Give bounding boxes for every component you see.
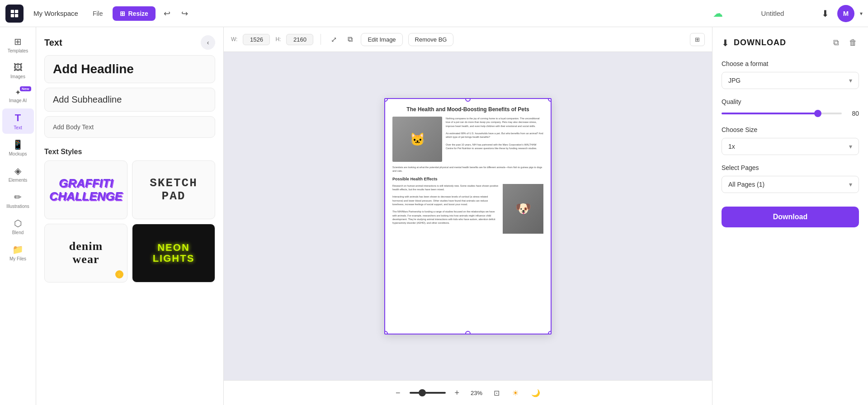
redo-button[interactable]: ↪ [179, 6, 191, 21]
canvas-document[interactable]: The Health and Mood-Boosting Benefits of… [384, 98, 552, 334]
resize-button[interactable]: ⊞ Resize [113, 6, 155, 21]
handle-bottom-center[interactable] [465, 331, 471, 334]
neon-preview: NEONLIGHTS [153, 242, 195, 264]
download-panel-title: DOWNLOAD [734, 38, 786, 47]
graffiti-preview: GRAFFITICHALLENGE [49, 177, 123, 202]
quality-slider[interactable] [722, 113, 842, 114]
height-value[interactable]: 2160 [286, 34, 313, 45]
sidebar-item-elements[interactable]: ◈ Elements [2, 162, 34, 186]
add-headline-label: Add Headline [53, 62, 134, 76]
canvas-area: W: 1526 H: 2160 ⤢ ⧉ Edit Image Remove BG… [224, 27, 712, 405]
doc-text-block-2: Research on human-animal interactions is… [392, 184, 499, 234]
sidebar-item-image-ai[interactable]: New ✦ Image AI [2, 85, 34, 107]
size-section: Choose Size 1x ▾ [722, 126, 859, 155]
remove-bg-button[interactable]: Remove BG [408, 33, 454, 46]
templates-icon: ⊞ [14, 36, 22, 47]
doc-subhead: Possible Health Effects [392, 177, 543, 181]
left-sidebar: ⊞ Templates 🖼 Images New ✦ Image AI T Te… [0, 27, 36, 405]
sidebar-item-mockups[interactable]: 📱 Mockups [2, 136, 34, 160]
cloud-save-icon: ☁ [713, 8, 723, 19]
undo-button[interactable]: ↩ [161, 6, 173, 21]
pro-badge: ⚡ [115, 270, 123, 278]
download-panel: ⬇ DOWNLOAD ⧉ 🗑 Choose a format JPG ▾ Qua… [712, 27, 868, 405]
sidebar-item-illustrations[interactable]: ✏ Illustrations [2, 188, 34, 212]
pages-select[interactable]: All Pages (1) ▾ [722, 176, 859, 193]
svg-rect-0 [11, 9, 14, 13]
quality-row: 80 [722, 110, 859, 117]
crop-button[interactable]: ⧉ [345, 33, 355, 46]
file-menu-button[interactable]: File [88, 7, 108, 20]
fit-to-screen-button[interactable]: ⊡ [490, 387, 503, 399]
style-sketch-card[interactable]: SKETCHPAD [132, 160, 215, 219]
doc-title: The Health and Mood-Boosting Benefits of… [392, 106, 543, 113]
format-chevron-icon: ▾ [849, 77, 852, 84]
copy-icon[interactable]: ⧉ [831, 36, 841, 49]
doc-image-dog: 🐶 [503, 184, 543, 234]
text-styles-title: Text Styles [36, 142, 223, 160]
logo-button[interactable] [5, 5, 24, 23]
collapse-panel-button[interactable]: ‹ [201, 35, 215, 50]
add-subheadline-item[interactable]: Add Subheadline [44, 88, 215, 112]
zoom-in-button[interactable]: + [451, 386, 463, 400]
avatar-chevron-icon[interactable]: ▾ [860, 10, 863, 17]
add-body-item[interactable]: Add Body Text [44, 116, 215, 138]
elements-icon: ◈ [14, 165, 21, 176]
add-headline-item[interactable]: Add Headline [44, 55, 215, 83]
blend-icon: ⬡ [14, 218, 22, 229]
style-denim-card[interactable]: denimwear ⚡ [44, 224, 127, 283]
sidebar-item-images[interactable]: 🖼 Images [2, 59, 34, 83]
zoom-slider[interactable] [410, 392, 446, 394]
light-mode-button[interactable]: ☀ [509, 387, 522, 399]
denim-preview: denimwear [69, 240, 103, 266]
size-label: Choose Size [722, 126, 859, 133]
grid-view-button[interactable]: ⊞ [690, 33, 705, 46]
add-body-label: Add Body Text [53, 123, 94, 131]
format-section: Choose a format JPG ▾ [722, 60, 859, 89]
size-value: 1x [728, 143, 735, 150]
size-select[interactable]: 1x ▾ [722, 138, 859, 155]
illustrations-icon: ✏ [14, 192, 22, 202]
canvas-toolbar: W: 1526 H: 2160 ⤢ ⧉ Edit Image Remove BG… [224, 27, 712, 52]
quality-thumb[interactable] [814, 110, 821, 117]
text-styles-grid: GRAFFITICHALLENGE SKETCHPAD denimwear ⚡ … [36, 160, 223, 291]
delete-icon[interactable]: 🗑 [847, 36, 859, 49]
format-value: JPG [728, 77, 741, 84]
edit-image-button[interactable]: Edit Image [361, 33, 402, 46]
canvas-bottombar: − + 23% ⊡ ☀ 🌙 [224, 380, 712, 405]
download-main-button[interactable]: Download [722, 207, 859, 227]
doc-image-cat: 🐱 [392, 117, 442, 162]
expand-button[interactable]: ⤢ [328, 33, 340, 47]
sidebar-item-templates[interactable]: ⊞ Templates [2, 33, 34, 57]
my-files-icon: 📁 [12, 244, 24, 255]
handle-bottom-left[interactable] [384, 331, 388, 334]
quality-section: Quality 80 [722, 98, 859, 117]
text-panel-header: Text ‹ [36, 27, 223, 55]
handle-top-center[interactable] [465, 98, 471, 102]
pages-section: Select Pages All Pages (1) ▾ [722, 164, 859, 193]
zoom-thumb[interactable] [419, 389, 426, 396]
doc-text-block-1: Nothing compares to the joy of coming ho… [446, 117, 543, 162]
handle-bottom-right[interactable] [548, 331, 552, 334]
svg-rect-3 [15, 14, 18, 17]
sketch-preview: SKETCHPAD [150, 177, 198, 202]
dark-mode-button[interactable]: 🌙 [528, 387, 544, 399]
style-graffiti-card[interactable]: GRAFFITICHALLENGE [44, 160, 127, 219]
sidebar-item-text[interactable]: T Text [2, 108, 34, 134]
format-label: Choose a format [722, 60, 859, 67]
workspace-button[interactable]: My Workspace [29, 7, 83, 20]
style-neon-card[interactable]: NEONLIGHTS [132, 224, 215, 283]
document-title-input[interactable] [732, 9, 813, 17]
resize-icon: ⊞ [120, 10, 125, 17]
user-avatar-button[interactable]: M [837, 5, 854, 22]
download-panel-icon: ⬇ [722, 38, 729, 48]
format-select[interactable]: JPG ▾ [722, 72, 859, 89]
download-icon-top[interactable]: ⬇ [819, 5, 832, 22]
pages-value: All Pages (1) [728, 181, 764, 188]
sidebar-item-blend[interactable]: ⬡ Blend [2, 214, 34, 239]
svg-rect-2 [11, 14, 14, 17]
handle-top-right[interactable] [548, 98, 552, 102]
zoom-out-button[interactable]: − [392, 386, 404, 400]
text-panel: Text ‹ Add Headline Add Subheadline Add … [36, 27, 224, 405]
sidebar-item-my-files[interactable]: 📁 My Files [2, 240, 34, 265]
width-value[interactable]: 1526 [243, 34, 270, 45]
